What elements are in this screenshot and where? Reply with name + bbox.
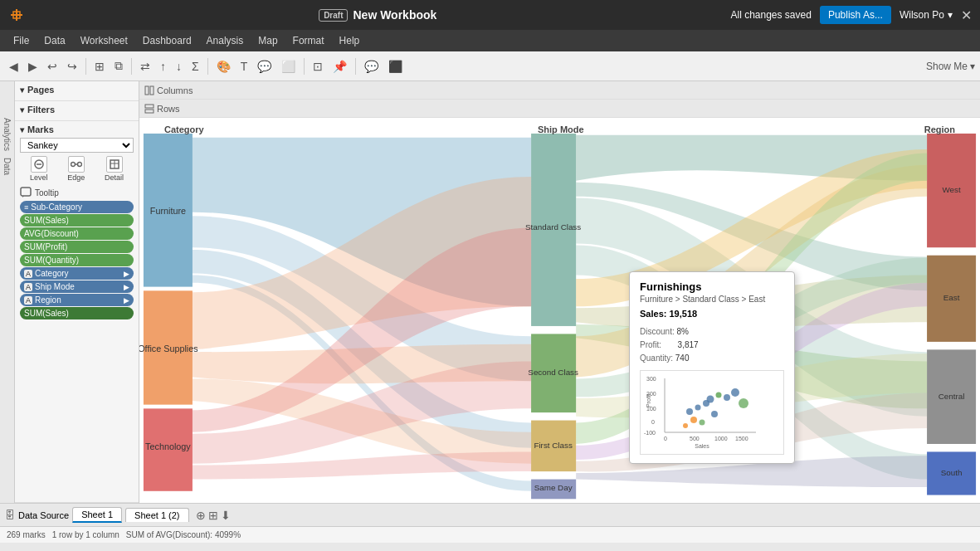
toolbar-right: Show Me ▾ <box>926 61 975 72</box>
duplicate-sheet[interactable]: ⧉ <box>110 56 127 76</box>
field-region[interactable]: A Region ▶ <box>20 294 134 306</box>
marks-icon-detail[interactable]: Detail <box>105 156 124 182</box>
svg-point-33 <box>707 396 714 403</box>
filters-chevron: ▾ <box>20 105 24 115</box>
undo-button[interactable]: ↩ <box>43 57 61 76</box>
svg-text:Profit: Profit <box>646 394 651 407</box>
sub-cat-icon: ≡ <box>24 203 28 212</box>
field-sum-sales[interactable]: SUM(Sales) <box>20 214 134 227</box>
tooltip-popup: Furnishings Furniture > Standard Class >… <box>629 271 795 464</box>
rows-shelf: Rows <box>139 100 980 118</box>
sep3 <box>207 58 208 75</box>
marks-header[interactable]: ▾ Marks <box>20 124 134 134</box>
text-btn[interactable]: T <box>236 57 252 76</box>
highlight-btn[interactable]: ⬛ <box>384 57 407 76</box>
tooltip-btn[interactable]: 💬 <box>253 57 275 76</box>
datasource-tab[interactable]: 🗄 Data Source <box>5 510 69 521</box>
svg-rect-16 <box>145 110 154 113</box>
field-sum-profit[interactable]: SUM(Profit) <box>20 241 134 253</box>
filters-label: Filters <box>27 105 55 115</box>
fit-btn[interactable]: ⊡ <box>309 57 327 76</box>
sheet1-tab[interactable]: Sheet 1 <box>72 507 122 523</box>
svg-point-36 <box>731 388 739 397</box>
forward-button[interactable]: ▶ <box>24 57 41 76</box>
user-menu[interactable]: Wilson Po ▾ <box>900 9 953 21</box>
svg-text:1500: 1500 <box>735 436 748 441</box>
sep4 <box>304 58 305 75</box>
tooltip-sales-label: Sales: <box>640 309 666 319</box>
label-btn[interactable]: ⬜ <box>277 57 300 76</box>
new-sheet[interactable]: ⊞ <box>90 57 109 76</box>
sep5 <box>355 58 356 75</box>
tooltip-quantity-label: Quantity: <box>640 354 673 363</box>
menu-data[interactable]: Data <box>37 33 71 48</box>
sidebar-toggle[interactable]: Analytics Data <box>0 81 15 503</box>
analytics-label[interactable]: Analytics <box>2 118 12 151</box>
detail-label: Detail <box>105 173 124 182</box>
sum-sales-label: SUM(Sales) <box>24 216 69 225</box>
bottom-bar: 🗄 Data Source Sheet 1 Sheet 1 (2) ⊕ ⊞ ⬇ <box>0 503 980 526</box>
svg-rect-11 <box>21 188 31 196</box>
menu-format[interactable]: Format <box>286 33 331 48</box>
first-class-label: First Class <box>534 441 573 450</box>
sheet2-tab[interactable]: Sheet 1 (2) <box>125 508 188 522</box>
tooltip-row: Tooltip <box>20 185 134 200</box>
field-avg-discount[interactable]: AVG(Discount) <box>20 227 134 240</box>
marks-section: ▾ Marks Sankey Level <box>15 121 139 503</box>
field-sub-category[interactable]: ≡ Sub-Category <box>20 201 134 213</box>
redo-button[interactable]: ↪ <box>63 57 81 76</box>
standard-class-label: Standard Class <box>525 222 581 232</box>
svg-rect-14 <box>150 86 154 95</box>
central-label: Central <box>939 392 965 401</box>
menu-worksheet[interactable]: Worksheet <box>74 33 134 48</box>
download-icon[interactable]: ⬇ <box>221 509 231 522</box>
region-expand: ▶ <box>124 296 129 305</box>
marks-type-select[interactable]: Sankey <box>20 138 134 153</box>
svg-point-41 <box>711 411 718 417</box>
menu-help[interactable]: Help <box>333 33 367 48</box>
add-sheet-icon[interactable]: ⊕ <box>196 509 206 522</box>
close-button[interactable]: ✕ <box>961 7 972 23</box>
color-btn[interactable]: 🎨 <box>212 57 235 76</box>
grid-icon[interactable]: ⊞ <box>208 509 218 522</box>
sum-avg-discount: SUM of AVG(Discount): 4099% <box>126 530 241 539</box>
furniture-label: Furniture <box>150 207 186 217</box>
svg-point-6 <box>77 163 81 167</box>
menu-file[interactable]: File <box>7 33 36 48</box>
marks-icon-level[interactable]: Level <box>30 156 48 182</box>
marks-icon-edge[interactable]: Edge <box>67 156 85 182</box>
field-sum-quantity[interactable]: SUM(Quantity) <box>20 254 134 266</box>
show-me-button[interactable]: Show Me ▾ <box>926 61 975 72</box>
menu-map[interactable]: Map <box>251 33 284 48</box>
pages-label: Pages <box>27 85 54 95</box>
sum-btn[interactable]: Σ <box>188 57 203 76</box>
database-icon: 🗄 <box>5 510 15 521</box>
tooltip-title: Furnishings <box>640 280 784 293</box>
filters-header[interactable]: ▾ Filters <box>20 105 134 115</box>
svg-rect-1 <box>11 14 22 16</box>
west-label: West <box>942 185 961 194</box>
menu-dashboard[interactable]: Dashboard <box>136 33 198 48</box>
tooltip2-btn[interactable]: 💬 <box>360 57 383 76</box>
sum-profit-label: SUM(Profit) <box>24 242 67 251</box>
sort-asc[interactable]: ↑ <box>156 57 170 76</box>
data-label[interactable]: Data <box>2 158 12 175</box>
fix-btn[interactable]: 📌 <box>329 57 351 76</box>
sort-desc[interactable]: ↓ <box>172 57 186 76</box>
field-ship-mode[interactable]: A Ship Mode ▶ <box>20 280 134 293</box>
field-sum-sales-b[interactable]: SUM(Sales) <box>20 307 134 319</box>
region-label: Region <box>35 295 61 305</box>
pages-header[interactable]: ▾ Pages <box>20 85 134 95</box>
back-button[interactable]: ◀ <box>5 57 22 76</box>
publish-button[interactable]: Publish As... <box>820 6 891 24</box>
filters-section: ▾ Filters <box>15 101 139 121</box>
field-category[interactable]: A Category ▶ <box>20 267 134 280</box>
tooltip-label: Tooltip <box>35 188 59 197</box>
menu-analysis[interactable]: Analysis <box>200 33 251 48</box>
rows-icon <box>144 104 154 114</box>
tooltip-discount-row: Discount: 8% <box>640 325 784 339</box>
office-label: Office Supplies <box>139 344 198 354</box>
swap-btn[interactable]: ⇄ <box>136 57 154 76</box>
svg-point-34 <box>716 393 722 398</box>
marks-icons-row: Level Edge Detail <box>20 156 134 182</box>
